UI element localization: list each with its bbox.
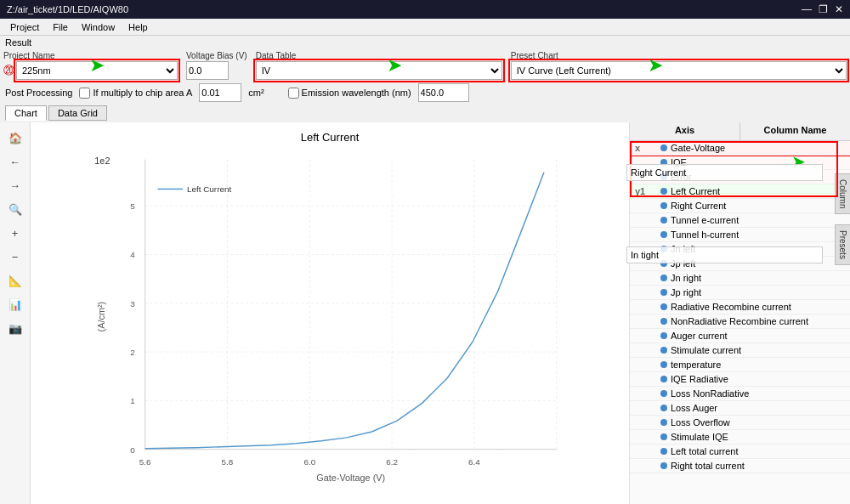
axis-table-scroll[interactable]: x Gate-Voltage IQE Error y1 Left Curr <box>630 141 850 504</box>
emission-checkbox[interactable] <box>288 88 299 99</box>
column-name-cell: Jn left <box>655 242 850 257</box>
right-panel-header: Axis Column Name <box>630 122 850 141</box>
table-row[interactable]: y1 Left Current <box>630 184 850 199</box>
column-name-cell: Jp right <box>655 286 850 300</box>
multiply-value-input[interactable] <box>199 83 241 102</box>
table-row[interactable]: Radiative Recombine current <box>630 300 850 314</box>
minimize-button[interactable]: — <box>802 3 812 15</box>
menu-help[interactable]: Help <box>122 20 155 34</box>
data-table-select[interactable]: IV <box>256 61 502 80</box>
table-row[interactable]: Loss NonRadiative <box>630 387 850 401</box>
presets-tab-label[interactable]: Presets <box>835 224 850 265</box>
close-button[interactable]: ✕ <box>835 3 843 15</box>
chart-title: Left Current <box>39 131 620 144</box>
table-row[interactable]: Tunnel h-current <box>630 228 850 242</box>
axis-cell <box>630 387 655 401</box>
maximize-button[interactable]: ❐ <box>819 3 828 15</box>
project-name-group: Project Name ⑳ 225nm <box>3 51 178 80</box>
column-name-cell: IQE <box>655 156 850 170</box>
column-tab-label[interactable]: Column <box>835 173 850 214</box>
table-row[interactable]: Auger current <box>630 329 850 343</box>
home-icon[interactable]: 🏠 <box>5 127 26 148</box>
title-bar: Z:/air_ticket/1D/LED/AIQW80 — ❐ ✕ <box>0 0 850 19</box>
camera-icon[interactable]: 📷 <box>5 318 26 338</box>
table-row[interactable]: Right Current <box>630 199 850 213</box>
column-name-cell: Loss Overflow <box>655 416 850 430</box>
right-panel: Axis Column Name x Gate-Voltage IQE <box>629 122 850 504</box>
axis-cell <box>630 300 655 314</box>
multiply-label: If multiply to chip area A <box>79 88 192 99</box>
table-row[interactable]: Error <box>630 170 850 184</box>
zoom-in-icon[interactable]: + <box>5 223 26 243</box>
measure-icon[interactable]: 📐 <box>5 270 26 291</box>
table-row[interactable]: Jp right <box>630 286 850 300</box>
table-row[interactable]: Stimulate IQE <box>630 430 850 445</box>
column-name-cell: NonRadiative Recombine current <box>655 314 850 329</box>
axis-cell <box>630 156 655 170</box>
window-controls[interactable]: — ❐ ✕ <box>802 3 843 15</box>
menu-project[interactable]: Project <box>3 20 46 34</box>
table-row[interactable]: Loss Overflow <box>630 416 850 430</box>
axis-cell <box>630 401 655 416</box>
post-processing-row: Post Processing If multiply to chip area… <box>0 82 850 104</box>
menu-window[interactable]: Window <box>75 20 122 34</box>
tab-chart[interactable]: Chart <box>5 105 47 121</box>
table-row[interactable]: IQE Radiative <box>630 372 850 387</box>
table-row[interactable]: Jn left <box>630 242 850 257</box>
table-row[interactable]: Stimulate current <box>630 343 850 358</box>
axis-table: x Gate-Voltage IQE Error y1 Left Curr <box>630 141 850 473</box>
zoom-out-icon[interactable]: − <box>5 246 26 267</box>
axis-cell <box>630 228 655 242</box>
table-row[interactable]: temperature <box>630 358 850 372</box>
axis-cell <box>630 213 655 228</box>
table-row[interactable]: Loss Auger <box>630 401 850 416</box>
column-name-cell: Right Current <box>655 199 850 213</box>
column-name-cell: Auger current <box>655 329 850 343</box>
presets-side-tab[interactable]: Presets <box>835 224 850 265</box>
window-path: Z:/air_ticket/1D/LED/AIQW80 <box>7 4 128 14</box>
table-row[interactable]: Jp left <box>630 257 850 271</box>
svg-text:5.6: 5.6 <box>139 457 151 467</box>
column-name-cell: Jp left <box>655 257 850 271</box>
table-row[interactable]: NonRadiative Recombine current <box>630 314 850 329</box>
forward-icon[interactable]: → <box>5 175 26 195</box>
axis-cell <box>630 372 655 387</box>
axis-cell <box>630 358 655 372</box>
axis-cell <box>630 170 655 184</box>
axis-cell <box>630 430 655 445</box>
preset-chart-label: Preset Chart <box>511 51 847 60</box>
tab-data-grid[interactable]: Data Grid <box>48 105 107 121</box>
table-row[interactable]: Left total current <box>630 445 850 459</box>
axis-cell <box>630 416 655 430</box>
table-row[interactable]: Tunnel e-current <box>630 213 850 228</box>
svg-text:Gate-Voltage (V): Gate-Voltage (V) <box>316 473 385 483</box>
column-side-tab[interactable]: Column <box>835 173 850 214</box>
axis-cell <box>630 257 655 271</box>
axis-cell <box>630 459 655 473</box>
column-name-cell: Radiative Recombine current <box>655 300 850 314</box>
table-row[interactable]: Jn right <box>630 271 850 286</box>
chart-icon[interactable]: 📊 <box>5 294 26 314</box>
back-icon[interactable]: ← <box>5 151 26 172</box>
menu-file[interactable]: File <box>46 20 75 34</box>
table-row[interactable]: x Gate-Voltage <box>630 141 850 156</box>
svg-text:2: 2 <box>130 348 135 357</box>
table-row[interactable]: IQE <box>630 156 850 170</box>
voltage-bias-group: Voltage Bias (V) <box>186 51 247 80</box>
menu-bar: Project File Window Help <box>0 19 850 36</box>
zoom-icon[interactable]: 🔍 <box>5 199 26 219</box>
project-name-select[interactable]: 225nm <box>16 61 178 80</box>
svg-text:6.0: 6.0 <box>303 457 315 467</box>
preset-chart-select[interactable]: IV Curve (Left Current) <box>511 61 847 80</box>
chart-svg: 1e2 (A/cm²) 0 1 2 3 4 5 <box>39 147 620 500</box>
voltage-bias-input[interactable] <box>186 61 229 80</box>
toolbar-row: Project Name ⑳ 225nm Voltage Bias (V) Da… <box>0 49 850 82</box>
column-name-cell: IQE Radiative <box>655 372 850 387</box>
svg-text:0: 0 <box>130 445 135 455</box>
svg-text:4: 4 <box>130 250 135 259</box>
column-name-cell: Loss Auger <box>655 401 850 416</box>
column-name-cell: Left total current <box>655 445 850 459</box>
multiply-checkbox[interactable] <box>79 88 90 99</box>
table-row[interactable]: Right total current <box>630 459 850 473</box>
emission-value-input[interactable] <box>418 83 469 102</box>
